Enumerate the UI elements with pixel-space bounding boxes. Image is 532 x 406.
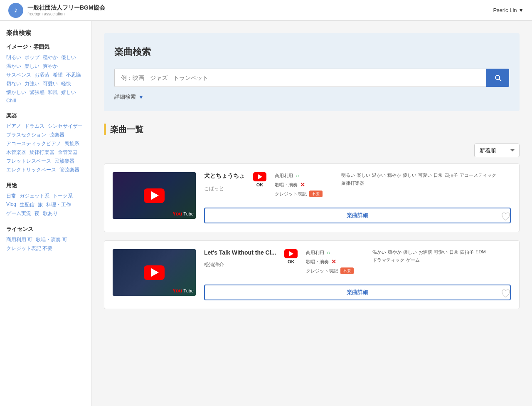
sidebar-link[interactable]: ブラスセクション — [6, 131, 46, 139]
sidebar-link[interactable]: ゲーム実況 — [6, 210, 31, 217]
sidebar-link[interactable]: 金管楽器 — [58, 149, 78, 156]
yt-small-icon — [284, 249, 298, 258]
logo-sub: freebgm association — [27, 12, 105, 16]
sidebar-link[interactable]: 明るい — [6, 54, 21, 61]
sidebar-link[interactable]: トーク系 — [53, 193, 73, 200]
sidebar-link[interactable]: 歌唱・演奏 可 — [36, 236, 67, 243]
sidebar-link[interactable]: 希望 — [53, 72, 63, 79]
search-title: 楽曲検索 — [114, 46, 509, 58]
sidebar-link[interactable]: 嬉しい — [61, 89, 76, 96]
mood-tag: 可愛い — [434, 249, 448, 255]
sidebar-link[interactable]: 爽やか — [43, 63, 58, 70]
sidebar-link[interactable]: 生配信 — [20, 201, 34, 208]
ok-text: OK — [288, 259, 295, 264]
song-detail-button[interactable]: 楽曲詳細 — [204, 208, 511, 223]
sidebar-link[interactable]: 夜 — [34, 210, 39, 217]
sidebar-link[interactable]: クレジット表記 不要 — [6, 245, 52, 252]
x-ng-icon: ✕ — [300, 181, 305, 188]
sidebar-link[interactable]: 温かい — [6, 63, 21, 70]
sidebar-link[interactable]: フレットレスベース — [6, 158, 51, 165]
song-thumbnail[interactable]: You Tube — [113, 249, 196, 296]
favorite-heart-icon[interactable]: ♡ — [501, 210, 511, 223]
sidebar-link[interactable]: 歌あり — [43, 210, 58, 217]
sidebar-link[interactable]: ドラムス — [25, 123, 44, 130]
sort-select[interactable]: 新着順人気順タイトル順 — [474, 144, 520, 157]
sidebar-link[interactable]: 民族楽器 — [54, 158, 74, 165]
sidebar-link[interactable]: 穏やか — [43, 54, 58, 61]
song-artist: 松浦洋介 — [204, 261, 276, 268]
mood-tag: お洒落 — [419, 249, 432, 255]
sidebar-link[interactable]: サスペンス — [6, 72, 31, 79]
yellow-bar-decoration — [104, 124, 106, 135]
yt-small-icon — [253, 172, 266, 181]
sidebar-link[interactable]: 可愛い — [43, 80, 58, 87]
sidebar-link[interactable]: 旋律打楽器 — [30, 149, 54, 156]
sidebar-link[interactable]: アコースティックピアノ — [6, 140, 61, 147]
sidebar-link[interactable]: 管弦楽器 — [59, 166, 79, 173]
header: ♪ 一般社団法人フリーBGM協会 freebgm association Pse… — [0, 0, 532, 21]
song-card: You Tube Let's Talk Without the Cl... 松浦… — [104, 240, 520, 309]
song-thumbnail[interactable]: You Tube — [113, 172, 196, 219]
sidebar-links: 商用利用 可歌唱・演奏 可クレジット表記 不要 — [6, 236, 85, 252]
sidebar-link[interactable]: 優しい — [61, 54, 76, 61]
sidebar-links: ピアノドラムスシンセサイザーブラスセクション弦楽器アコースティックピアノ民族系木… — [6, 123, 85, 173]
youtube-play-button[interactable] — [144, 188, 165, 203]
sidebar-link[interactable]: 切ない — [6, 80, 21, 87]
favorite-heart-icon[interactable]: ♡ — [501, 287, 511, 300]
sidebar-link[interactable]: 楽しい — [25, 63, 39, 70]
sidebar-link[interactable]: ピアノ — [6, 123, 21, 130]
sidebar-link[interactable]: 民族系 — [64, 140, 79, 147]
song-detail-button[interactable]: 楽曲詳細 — [204, 285, 511, 300]
sidebar-section-title: イメージ・雰囲気 — [6, 43, 85, 51]
song-meta-row: Let's Talk Without the Cl... 松浦洋介 OK 商用利… — [204, 249, 511, 274]
song-info-area: 犬とちょうちょ こぱっと OK 商用利用 ○ — [204, 172, 511, 223]
mood-tag: 日常 — [449, 249, 458, 255]
logo-text: 一般社団法人フリーBGM協会 freebgm association — [27, 4, 105, 16]
song-title: Let's Talk Without the Cl... — [204, 249, 276, 256]
sidebar-link[interactable]: 懐かしい — [6, 89, 26, 96]
sidebar-link[interactable]: 軽快 — [61, 80, 71, 87]
sidebar-link[interactable]: 不思議 — [66, 72, 81, 79]
sidebar-link[interactable]: お洒落 — [34, 72, 49, 79]
songs-section-title: 楽曲一覧 — [110, 124, 143, 135]
sidebar-link[interactable]: ポップ — [25, 54, 39, 61]
song-meta-row: 犬とちょうちょ こぱっと OK 商用利用 ○ — [204, 172, 511, 197]
youtube-logo-icon: You — [172, 287, 182, 294]
license-tag-label: 商用利用 — [306, 250, 324, 256]
sidebar-link[interactable]: 旅 — [38, 201, 43, 208]
circle-ok-icon: ○ — [327, 249, 330, 256]
sidebar-link[interactable]: 緊張感 — [30, 89, 44, 96]
mood-tag: 四拍子 — [444, 172, 458, 178]
sidebar-link[interactable]: 力強い — [25, 80, 39, 87]
logo-icon: ♪ — [8, 3, 23, 18]
sidebar-section-usage-section: 用途日常ガジェット系トーク系Vlog生配信旅料理・工作ゲーム実況夜歌あり — [6, 182, 85, 217]
sidebar-link[interactable]: Chill — [6, 98, 16, 104]
advanced-search-label: 詳細検索 — [114, 93, 136, 101]
license-tag-row: 歌唱・演奏 ✕ — [275, 181, 333, 188]
advanced-search-arrow-icon: ▼ — [138, 94, 144, 100]
sidebar-link[interactable]: Vlog — [6, 201, 16, 208]
sidebar-link[interactable]: 料理・工作 — [46, 201, 71, 208]
logo: ♪ 一般社団法人フリーBGM協会 freebgm association — [8, 3, 105, 18]
section-title-bar: 楽曲一覧 — [104, 124, 520, 135]
mood-tag: 優しい — [403, 172, 416, 178]
sidebar-section-instrument-section: 楽器ピアノドラムスシンセサイザーブラスセクション弦楽器アコースティックピアノ民族… — [6, 112, 85, 173]
sidebar-link[interactable]: 日常 — [6, 193, 16, 200]
sidebar-link[interactable]: 商用利用 可 — [6, 236, 32, 243]
mood-tag: アコースティック — [460, 172, 496, 178]
youtube-ok-badge: OK — [284, 249, 298, 264]
mood-tag: 可愛い — [418, 172, 432, 178]
license-tag-label: 歌唱・演奏 — [306, 259, 329, 265]
sidebar-link[interactable]: 和風 — [48, 89, 58, 96]
sidebar-link[interactable]: エレクトリックベース — [6, 166, 56, 173]
sidebar-link[interactable]: ガジェット系 — [20, 193, 49, 200]
sidebar-link[interactable]: 木管楽器 — [6, 149, 26, 156]
sidebar-link[interactable]: シンセサイザー — [48, 123, 83, 130]
search-button[interactable] — [486, 69, 509, 87]
user-menu-button[interactable]: Pseric Lin ▼ — [493, 7, 524, 13]
license-tags: 商用利用 ○ 歌唱・演奏 ✕ — [275, 172, 333, 197]
sidebar-link[interactable]: 弦楽器 — [49, 131, 64, 139]
youtube-play-button[interactable] — [144, 265, 165, 280]
advanced-search-toggle[interactable]: 詳細検索 ▼ — [114, 93, 509, 101]
search-input[interactable] — [114, 69, 486, 87]
